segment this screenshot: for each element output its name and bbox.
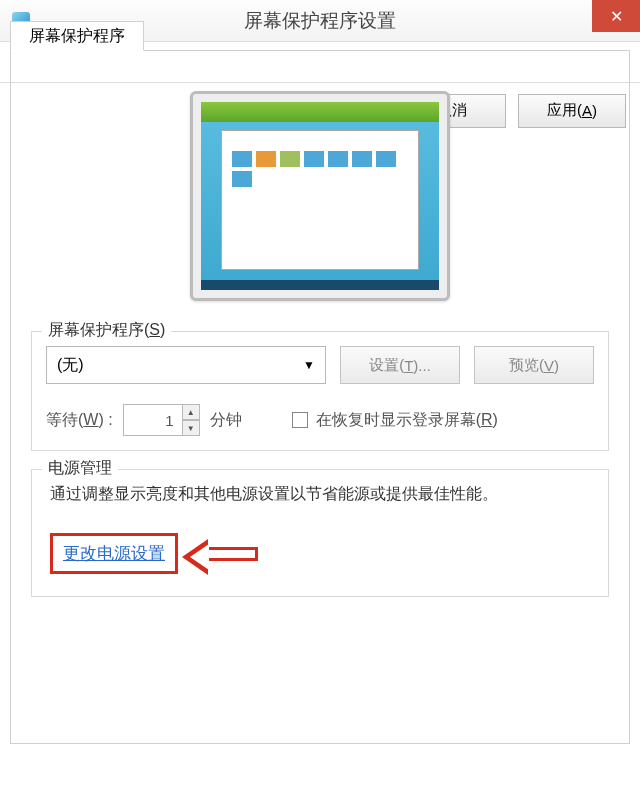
group-legend: 屏幕保护程序(S) bbox=[42, 320, 171, 341]
select-value: (无) bbox=[57, 355, 84, 376]
monitor-frame bbox=[190, 91, 450, 301]
chevron-down-icon: ▼ bbox=[303, 358, 315, 372]
settings-button[interactable]: 设置(T)... bbox=[340, 346, 460, 384]
tab-label: 屏幕保护程序 bbox=[29, 26, 125, 47]
annotation-arrow-icon bbox=[208, 547, 258, 561]
wait-unit: 分钟 bbox=[210, 410, 242, 431]
close-button[interactable]: ✕ bbox=[592, 0, 640, 32]
tab-screensaver[interactable]: 屏幕保护程序 bbox=[10, 21, 144, 51]
screensaver-preview bbox=[11, 91, 629, 301]
preview-button[interactable]: 预览(V) bbox=[474, 346, 594, 384]
wait-value[interactable]: 1 bbox=[123, 404, 183, 436]
resume-label: 在恢复时显示登录屏幕(R) bbox=[316, 410, 498, 431]
screensaver-select[interactable]: (无) ▼ bbox=[46, 346, 326, 384]
checkbox-icon bbox=[292, 412, 308, 428]
screensaver-group: 屏幕保护程序(S) (无) ▼ 设置(T)... 预览(V) 等待(W) : 1… bbox=[31, 331, 609, 451]
window-title: 屏幕保护程序设置 bbox=[244, 8, 396, 34]
close-icon: ✕ bbox=[610, 7, 623, 26]
tab-panel: 屏幕保护程序 屏幕保护程序(S) (无) ▼ 设置 bbox=[10, 50, 630, 744]
power-legend: 电源管理 bbox=[42, 458, 118, 479]
change-power-settings-link[interactable]: 更改电源设置 bbox=[50, 533, 178, 574]
wait-spinner[interactable]: 1 ▲ ▼ bbox=[123, 404, 200, 436]
power-description: 通过调整显示亮度和其他电源设置以节省能源或提供最佳性能。 bbox=[50, 484, 590, 505]
spinner-up-icon[interactable]: ▲ bbox=[182, 404, 200, 420]
power-group: 电源管理 通过调整显示亮度和其他电源设置以节省能源或提供最佳性能。 更改电源设置 bbox=[31, 469, 609, 597]
spinner-down-icon[interactable]: ▼ bbox=[182, 420, 200, 436]
resume-checkbox[interactable]: 在恢复时显示登录屏幕(R) bbox=[292, 410, 498, 431]
wait-label: 等待(W) : bbox=[46, 410, 113, 431]
monitor-screen bbox=[201, 102, 439, 290]
